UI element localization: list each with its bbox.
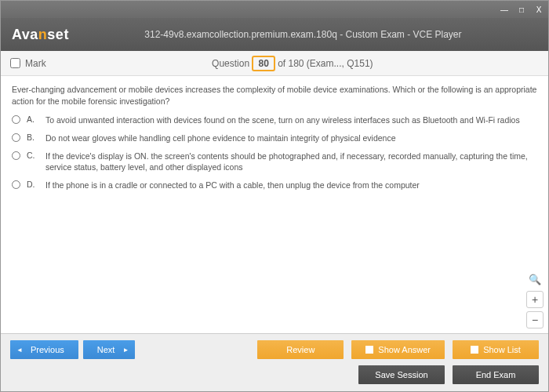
zoom-out-button[interactable]: − — [526, 311, 544, 328]
show-list-label: Show List — [483, 345, 521, 354]
question-number-box: 80 — [252, 56, 274, 71]
option-letter: B. — [27, 132, 39, 144]
show-list-button[interactable]: Show List — [453, 340, 539, 359]
question-label: Question — [212, 58, 249, 69]
option-d-radio[interactable] — [12, 180, 20, 189]
option-c-radio[interactable] — [12, 151, 20, 160]
minimize-button[interactable]: — — [498, 4, 511, 15]
options-list: A. To avoid unwanted interaction with de… — [12, 114, 537, 191]
review-button[interactable]: Review — [257, 340, 344, 359]
checkbox-icon — [471, 346, 478, 354]
question-text: Ever-changing advancement or mobile devi… — [12, 84, 537, 107]
zoom-controls: 🔍 + − — [526, 274, 544, 328]
option-a[interactable]: A. To avoid unwanted interaction with de… — [12, 114, 537, 126]
question-counter: Question 80 of 180 (Exam..., Q151) — [46, 56, 539, 71]
option-d[interactable]: D. If the phone is in a cradle or connec… — [12, 180, 537, 191]
close-button[interactable]: X — [533, 4, 545, 15]
mark-label: Mark — [25, 58, 46, 69]
zoom-in-button[interactable]: + — [526, 291, 544, 308]
logo-text-mid: n — [38, 27, 48, 42]
mark-checkbox[interactable] — [10, 58, 20, 68]
footer-bar: Previous Next Review Show Answer Show Li… — [1, 333, 548, 391]
option-letter: C. — [27, 151, 39, 173]
save-session-button[interactable]: Save Session — [358, 365, 445, 384]
question-bar: Mark Question 80 of 180 (Exam..., Q151) — [1, 51, 548, 76]
option-text: If the device's display is ON. the scree… — [45, 151, 537, 173]
option-letter: A. — [27, 114, 39, 126]
checkbox-icon — [365, 346, 373, 354]
previous-button[interactable]: Previous — [10, 340, 78, 359]
option-b-radio[interactable] — [12, 133, 20, 142]
end-exam-button[interactable]: End Exam — [453, 365, 539, 384]
option-a-radio[interactable] — [12, 115, 20, 124]
show-answer-label: Show Answer — [378, 345, 431, 354]
maximize-button[interactable]: □ — [515, 4, 528, 15]
option-text: If the phone is in a cradle or connected… — [45, 180, 537, 191]
option-letter: D. — [27, 180, 39, 191]
option-text: Do not wear gloves while handling cell p… — [45, 132, 537, 144]
logo-text-pre: Ava — [12, 27, 38, 42]
window-titlebar: — □ X — [1, 1, 548, 18]
exam-title: 312-49v8.examcollection.premium.exam.180… — [69, 29, 537, 40]
logo-text-post: set — [47, 27, 69, 42]
option-text: To avoid unwanted interaction with devic… — [45, 114, 537, 126]
option-b[interactable]: B. Do not wear gloves while handling cel… — [12, 132, 537, 144]
app-logo: Avanset — [12, 27, 69, 43]
question-total: of 180 (Exam..., Q151) — [278, 58, 373, 69]
search-icon[interactable]: 🔍 — [529, 274, 541, 285]
mark-control[interactable]: Mark — [10, 58, 46, 69]
app-header: Avanset 312-49v8.examcollection.premium.… — [1, 18, 548, 51]
show-answer-button[interactable]: Show Answer — [351, 340, 445, 359]
next-button[interactable]: Next — [83, 340, 136, 359]
question-content: Ever-changing advancement or mobile devi… — [1, 76, 548, 333]
option-c[interactable]: C. If the device's display is ON. the sc… — [12, 151, 537, 173]
